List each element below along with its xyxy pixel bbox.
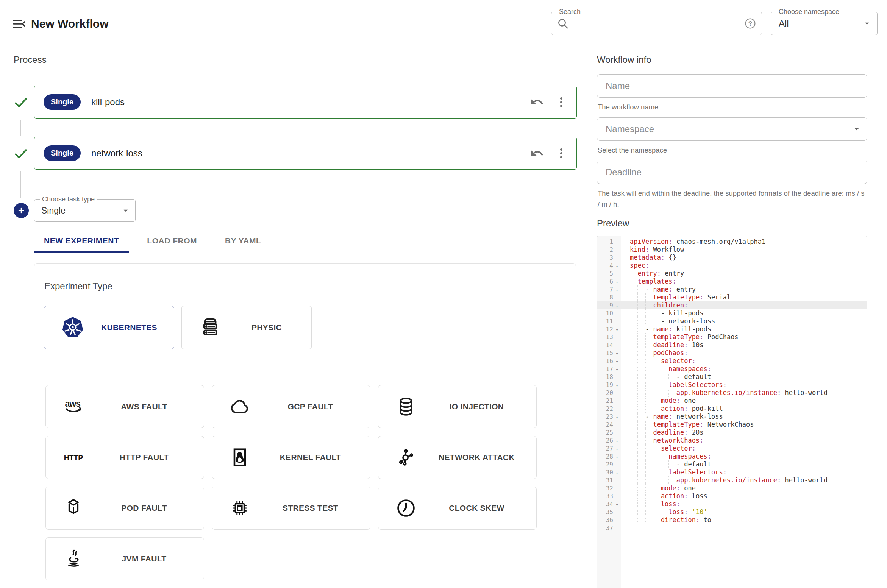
fault-card-gcp-fault[interactable]: GCP FAULT: [212, 385, 370, 428]
fault-card-clock-skew[interactable]: CLOCK SKEW: [378, 487, 537, 530]
yaml-preview-editor[interactable]: 1apiVersion: chaos-mesh.org/v1alpha12kin…: [597, 236, 867, 588]
name-field[interactable]: [597, 74, 867, 98]
namespace-select[interactable]: Choose namespace All: [771, 12, 878, 35]
code-text: mode: one: [621, 484, 867, 492]
code-text: direction: to: [621, 516, 867, 524]
fold-arrow-icon[interactable]: ▾: [613, 302, 621, 310]
fault-label: CLOCK SKEW: [417, 504, 536, 513]
fold-arrow-icon[interactable]: ▾: [613, 278, 621, 286]
search-input[interactable]: [573, 18, 740, 29]
code-line: 13templateType: PodChaos: [597, 333, 867, 341]
code-text: - default: [621, 373, 867, 381]
fold-arrow-icon[interactable]: ▾: [613, 358, 621, 366]
code-line: 24templateType: NetworkChaos: [597, 421, 867, 429]
help-icon[interactable]: ?: [744, 17, 756, 30]
chip-icon: [229, 497, 251, 519]
fault-label: IO INJECTION: [417, 402, 536, 411]
deadline-field[interactable]: [597, 161, 867, 184]
code-text: templateType: PodChaos: [621, 333, 867, 341]
page-title: New Workflow: [31, 17, 108, 30]
fault-card-kernel-fault[interactable]: KERNEL FAULT: [212, 436, 370, 479]
yaml-code: 1apiVersion: chaos-mesh.org/v1alpha12kin…: [597, 236, 867, 532]
line-number: 33: [597, 492, 613, 500]
code-text: - network-loss: [621, 317, 867, 325]
fault-card-aws-fault[interactable]: awsAWS FAULT: [45, 385, 204, 428]
tab-new-experiment[interactable]: NEW EXPERIMENT: [34, 228, 129, 253]
fold-arrow-icon[interactable]: ▾: [613, 350, 621, 358]
task-card-kill-pods[interactable]: Singlekill-pods: [34, 86, 577, 119]
experiment-type-kubernetes[interactable]: KUBERNETES: [44, 306, 174, 349]
workflow-process-flow: Singlekill-podsSinglenetwork-loss Choose…: [14, 86, 577, 222]
search-box[interactable]: Search ?: [551, 12, 762, 35]
fold-arrow-icon[interactable]: ▾: [613, 262, 621, 270]
fold-arrow-icon[interactable]: ▾: [613, 326, 621, 334]
code-line: 10- kill-pods: [597, 309, 867, 317]
fold-arrow-icon[interactable]: ▾: [613, 437, 621, 445]
code-text: - name: kill-pods: [621, 325, 867, 333]
undo-button[interactable]: [530, 147, 544, 160]
task-valid-check-icon: [14, 95, 28, 109]
fault-card-http-fault[interactable]: HTTPHTTP FAULT: [45, 436, 204, 479]
fold-arrow-icon[interactable]: ▾: [613, 382, 621, 390]
code-text: selector:: [621, 445, 867, 452]
task-row: Singlekill-pods: [14, 86, 577, 119]
name-input[interactable]: [597, 81, 867, 91]
fold-arrow-icon[interactable]: ▾: [613, 286, 621, 294]
task-type-chip: Single: [44, 145, 81, 161]
line-number: 15: [597, 349, 613, 357]
code-line: 7▾- name: entry: [597, 285, 867, 293]
line-number: 5: [597, 270, 613, 278]
fault-card-jvm-fault[interactable]: JVM FAULT: [45, 537, 204, 580]
fault-label: POD FAULT: [84, 504, 204, 513]
code-text: apiVersion: chaos-mesh.org/v1alpha1: [621, 238, 867, 246]
code-text: templateType: Serial: [621, 293, 867, 301]
more-actions-button[interactable]: [554, 147, 568, 160]
code-line: 3metadata: {}: [597, 254, 867, 262]
fault-card-stress-test[interactable]: STRESS TEST: [212, 487, 370, 530]
fault-card-io-injection[interactable]: IO INJECTION: [378, 385, 537, 428]
search-icon: [557, 17, 569, 30]
line-number: 21: [597, 397, 613, 405]
network-nodes-icon: [395, 446, 417, 468]
namespace-field[interactable]: Namespace: [597, 117, 867, 141]
code-text: entry: entry: [621, 270, 867, 278]
task-card-network-loss[interactable]: Singlenetwork-loss: [34, 137, 577, 170]
line-number: 2: [597, 246, 613, 254]
code-line: 18- default: [597, 373, 867, 381]
code-line: 33action: loss: [597, 492, 867, 500]
tab-by-yaml[interactable]: BY YAML: [215, 228, 271, 253]
code-line: 4▾spec:: [597, 262, 867, 270]
task-type-chip: Single: [44, 94, 81, 110]
fold-arrow-icon[interactable]: ▾: [613, 453, 621, 461]
fold-arrow-icon[interactable]: ▾: [613, 413, 621, 421]
namespace-select-placeholder: Namespace: [597, 124, 852, 134]
add-task-button[interactable]: [14, 203, 29, 218]
line-number: 31: [597, 476, 613, 484]
fold-arrow-icon[interactable]: ▾: [613, 469, 621, 477]
task-type-select[interactable]: Choose task type Single: [34, 199, 136, 222]
fold-arrow-icon[interactable]: ▾: [613, 501, 621, 509]
fold-arrow-icon[interactable]: ▾: [613, 445, 621, 453]
task-type-select-value: Single: [41, 206, 121, 216]
line-number: 16: [597, 357, 613, 365]
undo-button[interactable]: [530, 95, 544, 109]
code-line: 21mode: one: [597, 397, 867, 405]
experiment-type-physic[interactable]: PHYSIC: [181, 306, 312, 349]
deadline-input[interactable]: [597, 167, 867, 178]
code-text: networkChaos:: [621, 437, 867, 445]
preview-title: Preview: [597, 218, 629, 229]
code-text: - name: network-loss: [621, 413, 867, 421]
clock-icon: [395, 497, 417, 519]
svg-text:HTTP: HTTP: [64, 454, 83, 462]
new-experiment-panel: Experiment Type KUBERNETESPHYSIC awsAWS …: [34, 263, 576, 588]
plus-icon: [16, 206, 26, 215]
line-number: 12: [597, 325, 613, 333]
line-number: 14: [597, 341, 613, 349]
fault-card-pod-fault[interactable]: POD FAULT: [45, 487, 204, 530]
linux-penguin-icon: [229, 446, 251, 468]
tab-load-from[interactable]: LOAD FROM: [137, 228, 207, 253]
fold-arrow-icon[interactable]: ▾: [613, 366, 621, 374]
more-actions-button[interactable]: [554, 95, 568, 109]
menu-open-icon[interactable]: [11, 16, 27, 31]
fault-card-network-attack[interactable]: NETWORK ATTACK: [378, 436, 537, 479]
